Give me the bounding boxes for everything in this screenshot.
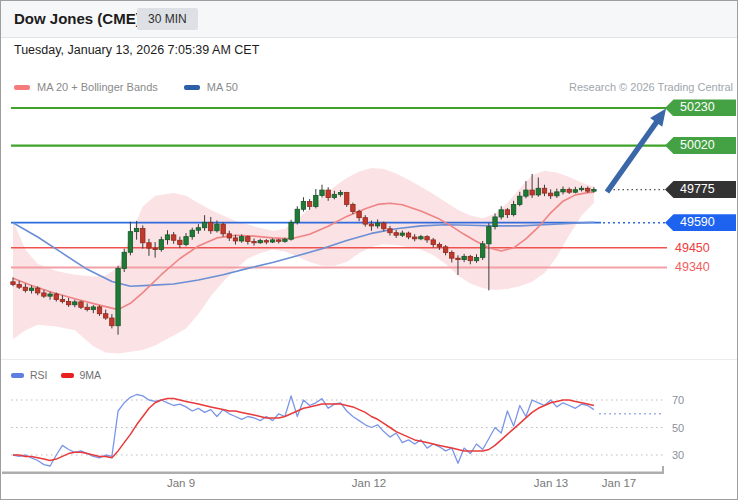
- x-axis-bar: [2, 472, 664, 475]
- research-watermark: Research © 2026 Trading Central: [569, 81, 733, 93]
- rsi-panel-legend: RSI 9MA: [11, 369, 101, 381]
- legend-label: MA 50: [207, 81, 238, 93]
- symbol-title: Dow Jones (CME): [14, 1, 141, 37]
- legend-item-ma20-bollinger: MA 20 + Bollinger Bands: [14, 81, 158, 93]
- bollinger-band-fill: [13, 168, 594, 354]
- legend-label: RSI: [30, 369, 48, 381]
- rsi-ma-line: [13, 399, 594, 461]
- legend-label: 9MA: [80, 369, 102, 381]
- ma50-legend-swatch: [184, 85, 200, 90]
- rsi-ma-legend-swatch: [61, 373, 74, 378]
- chart-header: Dow Jones (CME) 30 MIN: [1, 1, 737, 38]
- legend-item-9ma: 9MA: [61, 369, 102, 381]
- legend-item-ma50: MA 50: [184, 81, 238, 93]
- forecast-arrow-shaft: [607, 122, 657, 193]
- price-chart-canvas[interactable]: [1, 1, 738, 500]
- rsi-legend-swatch: [11, 373, 24, 378]
- chart-widget: Dow Jones (CME) 30 MIN Tuesday, January …: [0, 0, 738, 500]
- legend-item-rsi: RSI: [11, 369, 48, 381]
- panel-divider: [1, 359, 737, 360]
- x-axis-end-tick: [662, 466, 664, 472]
- ma20-legend-swatch: [14, 85, 30, 90]
- legend-label: MA 20 + Bollinger Bands: [37, 81, 158, 93]
- chart-timestamp: Tuesday, January 13, 2026 7:05:39 AM CET: [14, 43, 259, 57]
- main-chart-legend: MA 20 + Bollinger Bands MA 50: [14, 81, 238, 93]
- timeframe-badge[interactable]: 30 MIN: [137, 8, 198, 30]
